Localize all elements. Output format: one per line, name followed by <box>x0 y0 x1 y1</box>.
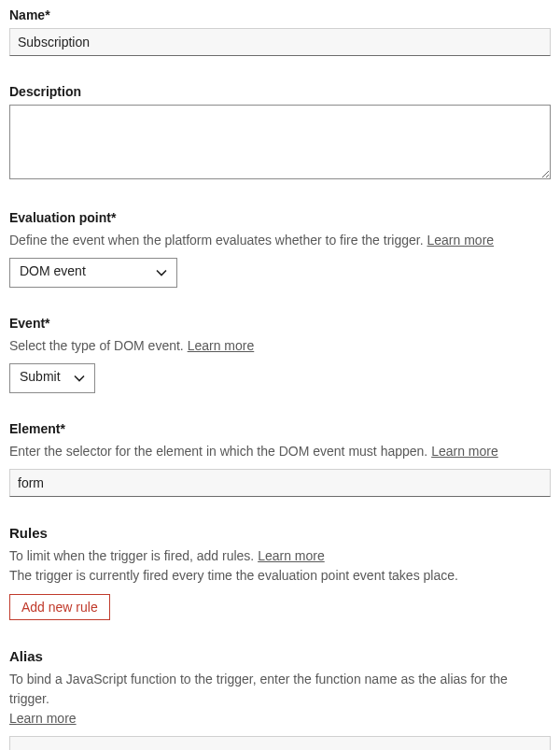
element-input[interactable] <box>9 469 551 497</box>
rules-label: Rules <box>9 525 551 541</box>
event-value: Submit <box>20 369 61 384</box>
event-label: Event* <box>9 316 551 331</box>
alias-helper-text: To bind a JavaScript function to the tri… <box>9 672 508 706</box>
chevron-down-icon <box>156 269 167 276</box>
alias-label: Alias <box>9 648 551 664</box>
event-helper-text: Select the type of DOM event. <box>9 338 188 353</box>
description-label: Description <box>9 84 551 99</box>
event-helper: Select the type of DOM event. Learn more <box>9 336 551 356</box>
description-field: Description <box>9 84 551 182</box>
element-learn-more[interactable]: Learn more <box>431 444 498 459</box>
element-field: Element* Enter the selector for the elem… <box>9 421 551 497</box>
add-new-rule-button[interactable]: Add new rule <box>9 594 110 620</box>
event-select[interactable]: Submit <box>9 363 95 393</box>
element-label: Element* <box>9 421 551 436</box>
evaluation-point-value: DOM event <box>20 263 86 278</box>
evaluation-point-helper: Define the event when the platform evalu… <box>9 231 551 250</box>
evaluation-point-select[interactable]: DOM event <box>9 258 177 288</box>
alias-learn-more[interactable]: Learn more <box>9 711 77 726</box>
event-field: Event* Select the type of DOM event. Lea… <box>9 316 551 393</box>
rules-field: Rules To limit when the trigger is fired… <box>9 525 551 620</box>
name-field: Name* <box>9 7 551 56</box>
rules-fired-note: The trigger is currently fired every tim… <box>9 568 551 583</box>
rules-helper: To limit when the trigger is fired, add … <box>9 546 551 566</box>
alias-input[interactable] <box>9 736 551 750</box>
rules-learn-more[interactable]: Learn more <box>258 548 325 563</box>
element-helper-text: Enter the selector for the element in wh… <box>9 444 431 459</box>
evaluation-point-learn-more[interactable]: Learn more <box>427 233 494 248</box>
chevron-down-icon <box>74 375 85 382</box>
alias-helper: To bind a JavaScript function to the tri… <box>9 670 551 729</box>
description-input[interactable] <box>9 105 551 179</box>
rules-helper-text: To limit when the trigger is fired, add … <box>9 548 258 563</box>
evaluation-point-helper-text: Define the event when the platform evalu… <box>9 233 427 248</box>
element-helper: Enter the selector for the element in wh… <box>9 442 551 461</box>
name-input[interactable] <box>9 28 551 56</box>
event-learn-more[interactable]: Learn more <box>188 338 255 353</box>
evaluation-point-field: Evaluation point* Define the event when … <box>9 210 551 288</box>
evaluation-point-label: Evaluation point* <box>9 210 551 225</box>
alias-field: Alias To bind a JavaScript function to t… <box>9 648 551 750</box>
name-label: Name* <box>9 7 551 22</box>
